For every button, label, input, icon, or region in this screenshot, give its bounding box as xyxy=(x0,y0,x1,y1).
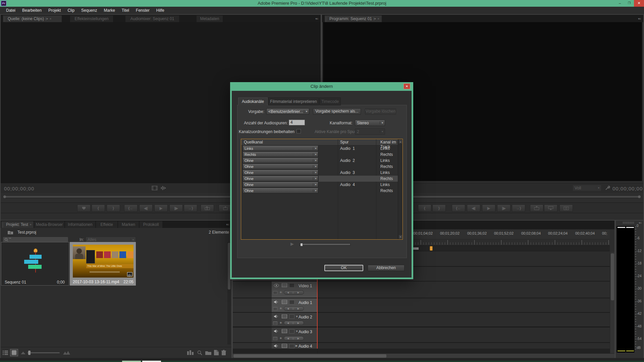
icon-view-button[interactable] xyxy=(10,349,18,356)
tab-dropdown-icon[interactable]: |▾ xyxy=(374,15,376,22)
expand-track-icon[interactable]: ▶ xyxy=(296,344,298,347)
track-name[interactable]: Audio 3 xyxy=(299,329,312,334)
tab-marken[interactable]: Marken xyxy=(118,221,139,228)
automate-sequence-icon[interactable] xyxy=(187,350,194,355)
new-item-icon[interactable] xyxy=(214,350,219,355)
vscrollbar-thumb[interactable] xyxy=(611,253,614,300)
track-name[interactable]: Video 1 xyxy=(299,284,312,288)
track-name[interactable]: Audio 1 xyxy=(299,300,312,305)
audio-meter[interactable] xyxy=(616,226,635,353)
source-channel-select[interactable]: Ohne▾ xyxy=(243,182,318,187)
dialog-tab-filmmaterial[interactable]: Filmmaterial interpretieren xyxy=(268,98,319,105)
add-keyframe-icon[interactable]: ◆ xyxy=(280,307,282,310)
track-lock-toggle[interactable] xyxy=(289,314,294,319)
minimize-button[interactable]: – xyxy=(615,0,625,7)
tab-informationen[interactable]: Informationen xyxy=(65,221,95,228)
tab-close-icon[interactable]: × xyxy=(50,15,51,22)
tab-metadaten[interactable]: Metadaten xyxy=(197,15,223,22)
step-forward-button[interactable]: |▶ xyxy=(169,204,183,212)
timeline-vscrollbar[interactable] xyxy=(610,252,614,353)
source-channel-select[interactable]: Ohne▾ xyxy=(243,176,318,181)
mark-out-button[interactable]: } xyxy=(432,204,446,212)
panel-menu-icon[interactable]: ▾≡ xyxy=(315,17,318,20)
zoom-handle-left[interactable] xyxy=(3,195,6,198)
tab-programm[interactable]: Programm: Sequenz 01 |▾ × xyxy=(325,15,382,22)
extract-button[interactable] xyxy=(544,204,557,212)
keep-assignments-checkbox[interactable] xyxy=(297,129,301,133)
menu-hilfe[interactable]: Hilfe xyxy=(153,7,168,14)
keyframe-navigator[interactable]: ◀ ◇ ▶ xyxy=(284,336,304,341)
maximize-button[interactable]: ❐ xyxy=(625,0,634,7)
source-channel-select[interactable]: Ohne▾ xyxy=(243,158,318,163)
tab-quelle[interactable]: Quelle: (keine Clips) |▾ × xyxy=(3,15,62,22)
project-item-clip[interactable]: This War of Mine: The Little Ones 2017-1… xyxy=(70,242,136,286)
cancel-button[interactable]: Abbrechen xyxy=(368,265,405,271)
toggle-output-eye-icon[interactable] xyxy=(274,284,279,287)
mark-in-button[interactable]: { xyxy=(418,204,431,212)
track-content-video1[interactable] xyxy=(318,282,610,298)
menu-titel[interactable]: Titel xyxy=(118,7,132,14)
scroll-up-button[interactable]: ▲ xyxy=(398,139,402,144)
track-content-audio4[interactable] xyxy=(318,343,610,349)
track-content-audio3[interactable] xyxy=(318,327,610,342)
source-channel-select[interactable]: Ohne▾ xyxy=(243,188,318,193)
search-input[interactable] xyxy=(3,237,68,242)
add-marker-button[interactable] xyxy=(77,204,91,212)
track-lock-toggle[interactable] xyxy=(289,329,294,334)
add-keyframe-icon[interactable]: ◆ xyxy=(280,291,282,294)
keyframe-navigator[interactable]: ◀ ◇ ▶ xyxy=(284,290,304,295)
source-channel-select[interactable]: Links▾ xyxy=(243,146,318,151)
keyframe-navigator[interactable]: ◀ ◇ ▶ xyxy=(284,321,304,325)
add-keyframe-icon[interactable]: ◆ xyxy=(280,337,282,340)
project-root-folder-icon[interactable] xyxy=(7,230,13,235)
find-icon[interactable] xyxy=(197,350,202,355)
add-keyframe-icon[interactable]: ◆ xyxy=(280,321,282,324)
drag-video-icon[interactable] xyxy=(152,186,158,190)
play-button[interactable]: ▶ xyxy=(154,204,168,212)
menu-fenster[interactable]: Fenster xyxy=(132,7,153,14)
close-button[interactable]: ✕ xyxy=(634,0,644,7)
show-keyframes-icon[interactable] xyxy=(273,337,277,340)
track-lock-toggle[interactable] xyxy=(289,283,294,288)
menu-sequenz[interactable]: Sequenz xyxy=(78,7,100,14)
goto-out-button[interactable]: →} xyxy=(184,204,197,212)
export-frame-button[interactable] xyxy=(559,204,573,212)
project-item-sequence[interactable]: Sequenz 01 0;00 xyxy=(1,242,69,286)
toggle-mute-speaker-icon[interactable] xyxy=(274,344,279,348)
scroll-down-button[interactable]: ▼ xyxy=(398,235,402,239)
zoom-out-icon[interactable] xyxy=(21,351,25,354)
menu-clip[interactable]: Clip xyxy=(64,7,78,14)
toggle-mute-speaker-icon[interactable] xyxy=(274,300,279,304)
step-back-button[interactable]: ◀| xyxy=(467,204,480,212)
tab-media-browser[interactable]: Media-Browser xyxy=(34,221,64,228)
tab-audiomixer[interactable]: Audiomixer: Sequenz 01 xyxy=(125,15,179,22)
track-content-audio1[interactable] xyxy=(318,298,610,312)
step-back-button[interactable]: ◀| xyxy=(139,204,153,212)
keyframe-navigator[interactable]: ◀ ◇ ▶ xyxy=(284,306,304,311)
sequence-marker[interactable] xyxy=(430,246,433,251)
toggle-mute-speaker-icon[interactable] xyxy=(274,329,279,333)
thumbnail-zoom-slider[interactable] xyxy=(28,352,60,353)
preview-volume-slider[interactable] xyxy=(300,243,351,246)
goto-out-button[interactable]: →} xyxy=(512,204,525,212)
preview-play-button[interactable]: ▶ xyxy=(290,241,294,246)
step-forward-button[interactable]: |▶ xyxy=(497,204,511,212)
show-keyframes-icon[interactable] xyxy=(273,307,277,310)
channel-format-select[interactable]: Stereo ▾ xyxy=(355,120,385,126)
dialog-close-button[interactable]: ✕ xyxy=(404,83,410,89)
goto-in-button[interactable]: {← xyxy=(124,204,138,212)
new-bin-icon[interactable] xyxy=(205,350,211,355)
settings-wrench-icon[interactable] xyxy=(605,185,610,191)
tab-close-icon[interactable]: × xyxy=(378,15,379,22)
track-lock-toggle[interactable] xyxy=(289,300,294,304)
track-name[interactable]: Audio 2 xyxy=(299,315,312,319)
zoom-handle-right[interactable] xyxy=(638,195,641,198)
panel-grip[interactable] xyxy=(623,222,634,224)
taskbar-item[interactable] xyxy=(142,361,161,362)
dialog-tab-audiokanaele[interactable]: Audiokanäle xyxy=(238,98,268,105)
collapse-track-icon[interactable]: ▼ xyxy=(296,315,298,318)
menu-projekt[interactable]: Projekt xyxy=(45,7,64,14)
play-button[interactable]: ▶ xyxy=(482,204,495,212)
tab-projekt[interactable]: Projekt: Test × xyxy=(1,221,34,228)
lift-button[interactable] xyxy=(530,204,543,212)
